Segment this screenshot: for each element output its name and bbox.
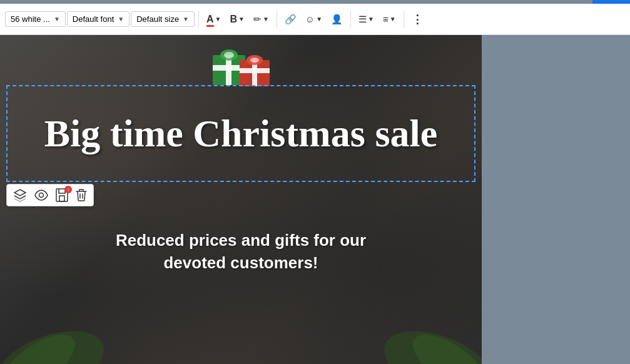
subtitle-area: Reduced prices and gifts for our devoted… [6, 229, 475, 275]
eye-icon [34, 190, 48, 201]
link-button[interactable]: 🔗 [281, 11, 300, 28]
canvas-area: Big time Christmas sale ! [0, 35, 482, 364]
ordered-list-button[interactable]: ≡ ▼ [379, 11, 400, 27]
highlight-button[interactable]: ✏ ▼ [250, 11, 273, 28]
save-button[interactable]: ! [56, 188, 68, 202]
user-icon: 👤 [331, 14, 343, 25]
style-dropdown[interactable]: 56 white ... ▼ [5, 11, 66, 27]
separator-2 [277, 11, 277, 28]
gift-decoration [203, 35, 278, 88]
separator-1 [198, 11, 199, 28]
size-chevron-icon: ▼ [183, 16, 189, 23]
pen-icon: ✏ [253, 14, 262, 25]
style-label: 56 white ... [11, 14, 50, 24]
right-panel [482, 35, 630, 364]
emoji-button[interactable]: ☺ ▼ [302, 11, 326, 27]
separator-4 [404, 11, 404, 28]
font-dropdown[interactable]: Default font ▼ [67, 11, 130, 27]
mention-button[interactable]: 👤 [327, 11, 347, 28]
font-label: Default font [73, 14, 114, 24]
size-label: Default size [136, 14, 179, 24]
font-color-button[interactable]: A ▼ [203, 11, 225, 28]
save-badge: ! [64, 186, 72, 193]
svg-rect-11 [59, 196, 64, 201]
visibility-button[interactable] [34, 190, 48, 201]
svg-point-4 [224, 52, 234, 58]
separator-3 [350, 11, 351, 28]
layers-icon [13, 188, 27, 202]
unordered-list-icon: ☰ [358, 14, 367, 25]
ordered-list-icon: ≡ [383, 14, 389, 24]
subtitle-line2: devoted customers! [6, 251, 475, 274]
trash-icon [76, 188, 87, 202]
svg-point-10 [39, 193, 44, 198]
font-chevron-icon: ▼ [118, 16, 124, 23]
highlight-chevron-icon: ▼ [263, 16, 269, 23]
ulist-chevron-icon: ▼ [368, 16, 374, 23]
leaf-decoration [0, 314, 482, 364]
font-color-chevron-icon: ▼ [215, 16, 221, 23]
bold-label: B [230, 14, 237, 25]
font-color-label: A [206, 14, 214, 24]
unordered-list-button[interactable]: ☰ ▼ [355, 11, 378, 28]
svg-point-9 [250, 58, 259, 63]
formatting-toolbar: 56 white ... ▼ Default font ▼ Default si… [0, 4, 630, 35]
leaves-svg [0, 314, 482, 364]
bold-button[interactable]: B ▼ [226, 11, 248, 28]
more-options-button[interactable]: ⋮ [408, 10, 427, 29]
subtitle-line1: Reduced prices and gifts for our [6, 229, 475, 251]
font-color-underline [206, 25, 214, 27]
delete-button[interactable] [76, 188, 87, 202]
emoji-icon: ☺ [305, 14, 315, 24]
gift-svg [203, 35, 278, 88]
selected-text-block[interactable]: Big time Christmas sale [6, 85, 475, 182]
style-chevron-icon: ▼ [54, 16, 60, 23]
more-icon: ⋮ [412, 13, 423, 26]
size-dropdown[interactable]: Default size ▼ [131, 11, 195, 27]
olist-chevron-icon: ▼ [390, 16, 396, 23]
float-action-toolbar: ! [6, 184, 94, 206]
headline-text: Big time Christmas sale [32, 106, 450, 161]
link-icon: 🔗 [285, 14, 297, 25]
layers-button[interactable] [13, 188, 27, 202]
emoji-chevron-icon: ▼ [316, 16, 322, 23]
bold-chevron-icon: ▼ [238, 16, 245, 23]
